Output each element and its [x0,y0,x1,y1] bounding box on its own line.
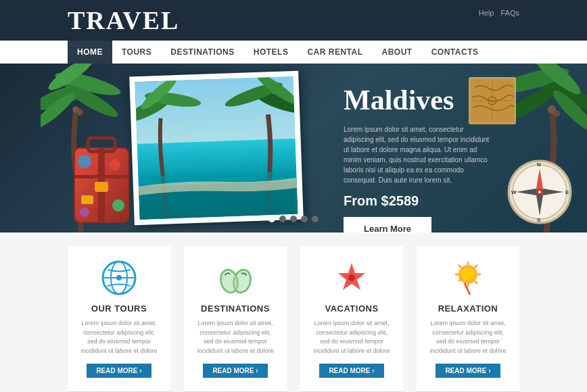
svg-rect-19 [95,182,108,192]
hero-photo-frame [129,71,304,226]
feature-destinations: DESTINATIONS Lorem ipsum dolor sit amet,… [184,246,287,392]
tours-icon [101,260,138,297]
vacations-icon [333,260,371,297]
help-link[interactable]: Help [479,9,494,17]
svg-point-53 [116,275,122,280]
destinations-icon [217,260,254,297]
svg-line-67 [459,265,461,268]
feature-tours: OUR TOURS Lorem ipsum dolor sit amet, co… [68,246,170,392]
dot-3[interactable] [290,216,297,222]
svg-point-62 [461,268,475,281]
svg-text:E: E [565,189,569,195]
hero-title: Maldives [344,84,492,116]
svg-point-21 [112,199,124,212]
nav-contacts[interactable]: CONTACTS [422,41,488,64]
nav-about[interactable]: ABOUT [373,41,422,64]
tours-title: OUR TOURS [78,303,160,314]
faqs-link[interactable]: FAQs [500,9,519,17]
main-nav: HOME TOURS DESTINATIONS HOTELS CAR RENTA… [0,41,587,64]
nav-destinations[interactable]: DESTINATIONS [161,41,243,64]
destinations-read-more-button[interactable]: READ MORE [203,364,267,378]
hero-description: Lorem ipsum dolor sit amet, consectetur … [344,124,492,185]
nav-car-rental[interactable]: CAR RENTAL [298,41,372,64]
site-logo: TRAVEL [68,5,179,35]
svg-line-69 [475,265,477,268]
dot-2[interactable] [279,216,286,222]
svg-point-13 [553,110,560,117]
svg-point-24 [80,207,89,217]
vacations-desc: Lorem ipsum dolor sit amet, consectetur … [310,319,393,356]
features-section: OUR TOURS Lorem ipsum dolor sit amet, co… [0,232,587,392]
svg-text:W: W [511,189,517,195]
destinations-title: DESTINATIONS [194,303,277,314]
svg-rect-22 [81,195,93,204]
svg-point-60 [348,274,355,281]
relaxation-icon [450,260,487,297]
compass-decoration: N S W E [506,158,573,226]
header: TRAVEL Help FAQs [0,0,587,41]
header-links: Help FAQs [479,9,519,17]
nav-home[interactable]: HOME [68,41,112,64]
relaxation-title: RELAXATION [427,303,509,314]
vacations-read-more-button[interactable]: READ MORE [319,364,383,378]
tours-read-more-button[interactable]: READ MORE [87,364,151,378]
svg-point-23 [110,160,120,170]
svg-text:S: S [537,217,541,223]
relaxation-desc: Lorem ipsum dolor sit amet, consectetur … [427,319,509,356]
nav-tours[interactable]: TOURS [112,41,161,64]
hero-content: Maldives Lorem ipsum dolor sit amet, con… [344,84,492,232]
destinations-desc: Lorem ipsum dolor sit amet, consectetur … [194,319,277,356]
dot-4[interactable] [301,216,308,222]
hero-section: Maldives Lorem ipsum dolor sit amet, con… [0,64,587,232]
nav-hotels[interactable]: HOTELS [244,41,298,64]
relaxation-read-more-button[interactable]: READ MORE [436,364,500,378]
hero-price: From $2589 [344,193,492,209]
tours-desc: Lorem ipsum dolor sit amet, consectetur … [78,319,160,356]
svg-point-45 [538,191,541,193]
dot-1[interactable] [268,216,275,222]
vacations-title: VACATIONS [310,303,393,314]
feature-vacations: VACATIONS Lorem ipsum dolor sit amet, co… [300,246,403,392]
hero-carousel-dots [268,216,319,222]
svg-line-70 [459,278,461,281]
svg-point-20 [78,155,91,168]
svg-point-6 [76,109,83,116]
dot-5[interactable] [312,216,319,222]
suitcase-decoration [64,121,139,232]
feature-relaxation: RELAXATION Lorem ipsum dolor sit amet, c… [417,246,519,392]
svg-line-68 [475,281,477,284]
svg-text:N: N [537,162,541,168]
hero-learn-more-button[interactable]: Learn More [344,217,431,232]
